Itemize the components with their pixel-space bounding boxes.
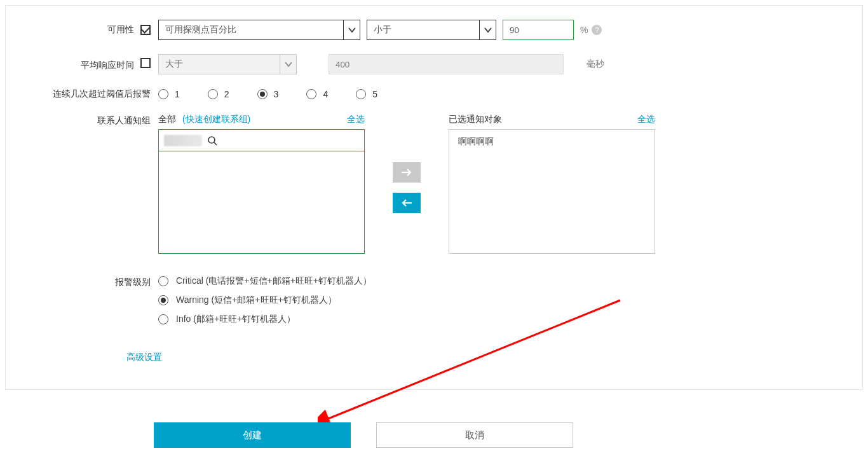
alarm-level-option-0[interactable]: Critical (电话报警+短信+邮箱+旺旺+钉钉机器人）	[158, 275, 862, 287]
alarm-level-option-label: Warning (短信+邮箱+旺旺+钉钉机器人）	[176, 295, 337, 306]
radio-icon	[158, 295, 168, 305]
alarm-level-option-label: Critical (电话报警+短信+邮箱+旺旺+钉钉机器人）	[176, 275, 372, 287]
response-time-value-input	[329, 54, 564, 74]
consecutive-option-1[interactable]: 1	[158, 89, 180, 99]
cancel-button[interactable]: 取消	[376, 422, 573, 448]
radio-icon	[257, 89, 268, 99]
alarm-level-option-1[interactable]: Warning (短信+邮箱+旺旺+钉钉机器人）	[158, 295, 862, 306]
consecutive-option-5[interactable]: 5	[356, 89, 377, 99]
chevron-down-icon	[280, 55, 296, 74]
available-contacts-box: 全部 (快速创建联系组) 全选	[158, 114, 365, 254]
radio-icon	[158, 89, 168, 99]
alarm-level-option-label: Info (邮箱+旺旺+钉钉机器人）	[176, 314, 295, 325]
alarm-level-label: 报警级别	[115, 277, 151, 287]
selected-listbox[interactable]: 啊啊啊啊	[449, 129, 655, 254]
consecutive-option-label: 1	[175, 89, 180, 99]
response-time-checkbox[interactable]	[140, 58, 151, 68]
selected-contacts-box: 已选通知对象 全选 啊啊啊啊	[449, 114, 655, 254]
advanced-settings-link[interactable]: 高级设置	[126, 352, 162, 363]
consecutive-option-label: 4	[323, 89, 328, 99]
consecutive-option-label: 5	[372, 89, 377, 99]
response-time-comparator-select[interactable]: 大于	[158, 54, 297, 74]
create-button[interactable]: 创建	[154, 422, 351, 448]
quick-create-link[interactable]: (快速创建联系组)	[182, 114, 250, 124]
chevron-down-icon	[479, 20, 496, 39]
response-time-row: 平均响应时间 大于 毫秒	[6, 54, 862, 74]
consecutive-label: 连续几次超过阈值后报警	[53, 88, 151, 99]
radio-icon	[306, 89, 316, 99]
arrow-right-icon	[401, 168, 412, 177]
radio-icon	[158, 314, 168, 324]
svg-line-1	[214, 142, 217, 145]
svg-point-0	[208, 137, 215, 143]
consecutive-option-label: 2	[224, 89, 229, 99]
available-search-row[interactable]	[159, 130, 364, 151]
consecutive-option-2[interactable]: 2	[208, 89, 229, 99]
response-time-unit: 毫秒	[587, 59, 604, 70]
consecutive-option-3[interactable]: 3	[257, 89, 279, 99]
consecutive-option-label: 3	[274, 89, 279, 99]
radio-icon	[208, 89, 218, 99]
alarm-level-row: 报警级别 Critical (电话报警+短信+邮箱+旺旺+钉钉机器人）Warni…	[6, 275, 862, 333]
selected-select-all[interactable]: 全选	[637, 114, 655, 125]
radio-icon	[356, 89, 366, 99]
available-select-all[interactable]: 全选	[347, 114, 365, 125]
availability-value-input[interactable]	[503, 20, 574, 40]
alarm-level-option-2[interactable]: Info (邮箱+旺旺+钉钉机器人）	[158, 314, 862, 325]
availability-checkbox[interactable]	[140, 25, 151, 35]
help-icon[interactable]: ?	[592, 25, 602, 35]
response-time-label: 平均响应时间	[81, 60, 134, 70]
consecutive-option-4[interactable]: 4	[306, 89, 328, 99]
radio-icon	[158, 276, 168, 286]
arrow-left-icon	[401, 198, 412, 207]
consecutive-row: 连续几次超过阈值后报警 12345	[6, 88, 862, 100]
list-item[interactable]: 啊啊啊啊	[449, 130, 654, 154]
availability-label: 可用性	[107, 24, 134, 34]
move-right-button[interactable]	[393, 162, 421, 183]
availability-metric-select[interactable]: 可用探测点百分比	[158, 20, 360, 40]
redacted-text-icon	[164, 135, 202, 146]
available-listbox[interactable]	[158, 129, 365, 254]
availability-row: 可用性 可用探测点百分比 小于	[6, 20, 862, 40]
search-icon	[207, 135, 217, 146]
chevron-down-icon	[343, 20, 360, 39]
selected-head: 已选通知对象	[449, 114, 502, 125]
available-head: 全部	[158, 114, 176, 124]
contact-group-row: 联系人通知组 全部 (快速创建联系组) 全选	[6, 114, 862, 254]
availability-comparator-select[interactable]: 小于	[367, 20, 496, 40]
availability-unit: %	[580, 25, 588, 35]
contact-group-label: 联系人通知组	[97, 115, 151, 125]
move-left-button[interactable]	[393, 193, 421, 213]
